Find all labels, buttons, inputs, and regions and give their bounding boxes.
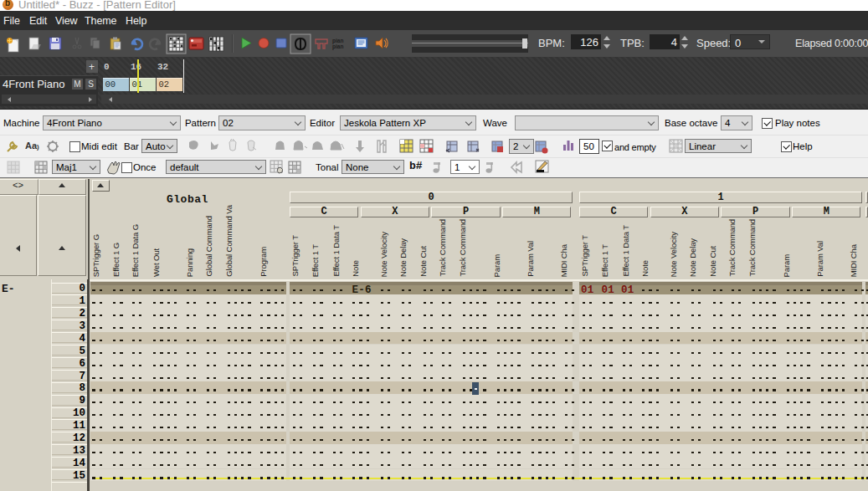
svg-text:pian: pian (332, 43, 343, 50)
